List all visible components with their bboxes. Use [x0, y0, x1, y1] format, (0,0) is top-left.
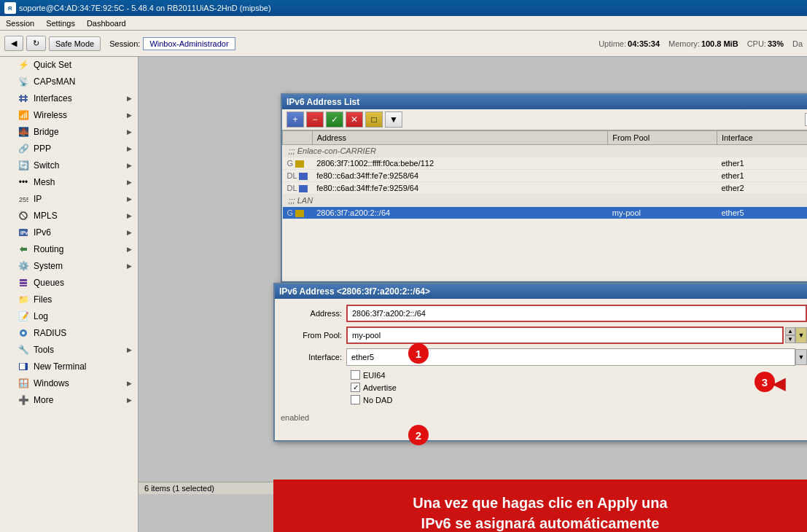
sidebar-item-new-terminal[interactable]: █▌ New Terminal — [0, 359, 138, 375]
menu-dashboard[interactable]: Dashboard — [84, 19, 129, 28]
svg-rect-2 — [20, 95, 22, 102]
row-interface-selected: ether5 — [717, 207, 807, 219]
sidebar-item-files[interactable]: 📁 Files — [0, 292, 138, 308]
detail-window-title-text: IPv6 Address <2806:3f7:a200:2::/64> — [279, 286, 430, 297]
section-lan-label: ;;; LAN — [283, 195, 808, 207]
section-carrier: ;;; Enlace-con-CARRIER — [283, 145, 808, 157]
tools-icon: 🔧 — [17, 344, 29, 356]
radius-icon — [17, 327, 29, 339]
interfaces-icon — [17, 93, 29, 104]
sidebar-item-wireless[interactable]: 📶 Wireless — [0, 107, 138, 124]
row-flag: G — [283, 157, 313, 170]
cpu-stat: CPU: 33% — [747, 39, 784, 48]
col-flag[interactable] — [283, 131, 313, 145]
arrow-down[interactable]: ▼ — [785, 335, 795, 343]
sidebar-label-interfaces: Interfaces — [34, 93, 72, 103]
address-table: Address From Pool Interface Advertise ;;… — [282, 130, 807, 219]
address-label: Address: — [281, 309, 346, 318]
row-address: fe80::c6ad:34ff:fe7e:9259/64 — [312, 182, 608, 195]
sidebar-item-ipv6[interactable]: IPv6 IPv6 — [0, 224, 138, 241]
sidebar-item-mesh[interactable]: ••• Mesh — [0, 174, 138, 191]
svg-text:IPv6: IPv6 — [20, 230, 28, 235]
nodad-row: No DAD — [351, 395, 807, 404]
address-input[interactable] — [346, 305, 807, 322]
arrow-up[interactable]: ▲ — [785, 327, 795, 335]
title-text: soporte@C4:AD:34:7E:92:5C - 5.48.4 on RB… — [19, 4, 271, 12]
sidebar-item-capsman[interactable]: 📡 CAPsMAN — [0, 74, 138, 90]
files-icon: 📁 — [17, 294, 29, 305]
row-address: fe80::c6ad:34ff:fe7e:9258/64 — [312, 170, 608, 182]
sidebar-label-tools: Tools — [34, 345, 54, 355]
red-banner: Una vez que hagas clic en Apply una IPv6… — [273, 480, 807, 532]
ipv6-detail-window: IPv6 Address <2806:3f7:a200:2::/64> _ ✕ … — [273, 283, 807, 442]
more-icon: ➕ — [17, 394, 29, 406]
sidebar-label-ppp: PPP — [34, 144, 51, 154]
row-interface: ether1 — [717, 170, 807, 182]
sidebar-item-windows[interactable]: 🪟 Windows — [0, 375, 138, 392]
table-row[interactable]: DL fe80::c6ad:34ff:fe7e:9259/64 ether2 n… — [283, 182, 808, 195]
table-row[interactable]: G 2806:3f7:1002::ffff:f0ca:bebe/112 ethe… — [283, 157, 808, 170]
content-area: IPv6 Address List _ ✕ + − ✓ ✕ □ ▼ Find ▼ — [139, 57, 807, 532]
memory-value: 100.8 MiB — [701, 39, 738, 48]
disable-button[interactable]: ✕ — [346, 112, 363, 128]
sidebar-item-queues[interactable]: Queues — [0, 275, 138, 292]
uptime-value: 04:35:34 — [628, 39, 660, 48]
detail-content: Address: From Pool: ▲ ▼ ▼ — [275, 299, 807, 440]
svg-rect-9 — [20, 279, 27, 281]
col-address[interactable]: Address — [312, 131, 608, 145]
eui64-checkbox[interactable] — [351, 370, 360, 380]
col-frompool[interactable]: From Pool — [608, 131, 717, 145]
safe-mode-button[interactable]: Safe Mode — [49, 36, 101, 51]
row-flag: DL — [283, 182, 313, 195]
sidebar-label-routing: Routing — [34, 244, 63, 254]
back-button[interactable]: ◀ — [4, 36, 23, 51]
sidebar-item-system[interactable]: ⚙️ System — [0, 258, 138, 275]
sidebar-item-tools[interactable]: 🔧 Tools — [0, 342, 138, 359]
sidebar-item-radius[interactable]: RADIUS — [0, 325, 138, 342]
sidebar-item-ppp[interactable]: 🔗 PPP — [0, 141, 138, 157]
filter-button[interactable]: ▼ — [385, 112, 402, 128]
frompool-dropdown[interactable]: ▼ — [795, 327, 807, 343]
sidebar-item-switch[interactable]: 🔄 Switch — [0, 157, 138, 174]
refresh-button[interactable]: ↻ — [26, 36, 46, 51]
menu-settings[interactable]: Settings — [43, 19, 78, 28]
sidebar-item-log[interactable]: 📝 Log — [0, 308, 138, 325]
settings-button[interactable]: □ — [365, 112, 383, 128]
callout-1: 1 — [408, 343, 429, 364]
sidebar-item-bridge[interactable]: 🌉 Bridge — [0, 124, 138, 141]
quick-set-icon: ⚡ — [17, 59, 29, 71]
log-icon: 📝 — [17, 310, 29, 322]
sidebar-label-capsman: CAPsMAN — [34, 77, 75, 87]
menu-session[interactable]: Session — [3, 19, 37, 28]
remove-button[interactable]: − — [306, 112, 324, 128]
col-interface[interactable]: Interface — [717, 131, 807, 145]
sidebar-item-quick-set[interactable]: ⚡ Quick Set — [0, 57, 138, 74]
toolbar-stats: Uptime: 04:35:34 Memory: 100.8 MiB CPU: … — [599, 39, 803, 48]
sidebar-item-mpls[interactable]: MPLS — [0, 208, 138, 224]
sidebar-label-mesh: Mesh — [34, 177, 55, 187]
checkboxes: EUI64 ✓ Advertise No DAD — [351, 370, 807, 404]
sidebar-item-routing[interactable]: Routing — [0, 241, 138, 258]
sidebar-item-more[interactable]: ➕ More — [0, 392, 138, 409]
ip-icon: 255 — [17, 193, 29, 205]
table-row[interactable]: DL fe80::c6ad:34ff:fe7e:9258/64 ether1 n… — [283, 170, 808, 182]
bridge-icon: 🌉 — [17, 126, 29, 138]
enable-button[interactable]: ✓ — [326, 112, 343, 128]
uptime-stat: Uptime: 04:35:34 — [599, 39, 660, 48]
title-bar: R soporte@C4:AD:34:7E:92:5C - 5.48.4 on … — [0, 0, 807, 16]
table-row-selected[interactable]: G 2806:3f7:a200:2::/64 my-pool ether5 ye… — [283, 207, 808, 219]
list-window-title-text: IPv6 Address List — [286, 97, 359, 107]
section-lan: ;;; LAN — [283, 195, 808, 207]
add-button[interactable]: + — [286, 112, 304, 128]
nodad-checkbox[interactable] — [351, 395, 360, 404]
sidebar-label-quick-set: Quick Set — [34, 60, 71, 70]
row-frompool-selected: my-pool — [608, 207, 717, 219]
svg-rect-0 — [19, 96, 28, 98]
advertise-checkbox[interactable]: ✓ — [351, 383, 360, 392]
sidebar-label-mpls: MPLS — [34, 211, 58, 221]
sidebar-item-ip[interactable]: 255 IP — [0, 191, 138, 208]
frompool-input[interactable] — [346, 326, 784, 344]
title-bar-left: R soporte@C4:AD:34:7E:92:5C - 5.48.4 on … — [4, 2, 271, 14]
interface-dropdown[interactable]: ▼ — [795, 349, 807, 365]
sidebar-item-interfaces[interactable]: Interfaces — [0, 90, 138, 107]
